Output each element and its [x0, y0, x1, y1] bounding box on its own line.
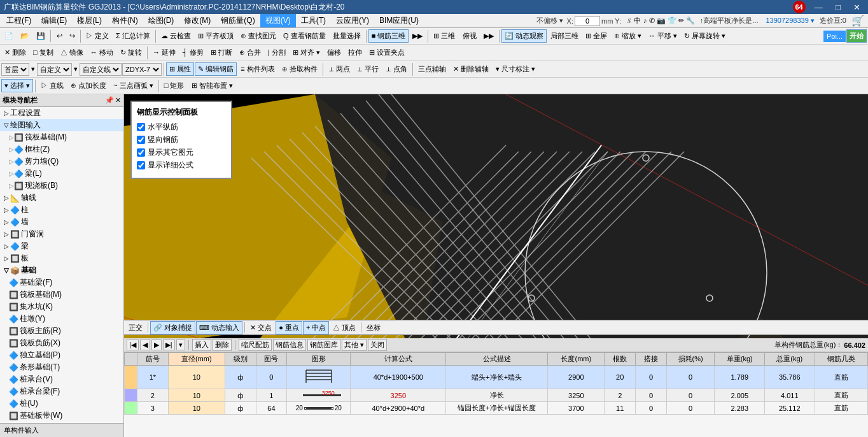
offset-btn[interactable]: 偏移	[324, 46, 344, 59]
more1[interactable]: ▶▶	[409, 30, 426, 42]
trim-btn[interactable]: ┤ 修剪	[179, 46, 207, 59]
zoom[interactable]: ⊕ 缩放 ▾	[611, 29, 645, 43]
sidebar-item-sump[interactable]: 🔲 集水坑(K)	[0, 301, 123, 313]
sidebar-item-found-band[interactable]: 🔲 基础板带(W)	[0, 410, 123, 422]
align-btn[interactable]: ⊞ 对齐 ▾	[290, 46, 323, 59]
scale-rebar-btn[interactable]: 缩尺配筋	[239, 339, 272, 351]
sidebar-item-strip[interactable]: 🔷 条形基础(T)	[0, 361, 123, 373]
expand-beam2[interactable]: ▷	[3, 243, 10, 250]
angle-btn[interactable]: ⊥ 点角	[382, 62, 410, 76]
expand-slab[interactable]: ▷	[3, 255, 10, 262]
sidebar-pin[interactable]: 📌	[105, 96, 114, 104]
menu-cloud[interactable]: 云应用(Y)	[331, 14, 374, 27]
nav-next[interactable]: ▶	[151, 340, 162, 350]
grip-btn[interactable]: ⊞ 设置夹点	[366, 46, 408, 59]
other-btn[interactable]: 其他 ▾	[342, 339, 367, 351]
more2[interactable]: ▶▶	[480, 30, 497, 42]
stretch-btn[interactable]: 拉伸	[345, 46, 365, 59]
split-btn[interactable]: | 分割	[265, 46, 289, 59]
new-button[interactable]: 📄	[1, 30, 17, 42]
menu-edit[interactable]: 编辑(E)	[36, 14, 72, 27]
pick-comp-btn[interactable]: ⊕ 拾取构件	[279, 62, 321, 76]
menu-bim[interactable]: BIM应用(U)	[374, 14, 424, 27]
canvas-area[interactable]: Z X ✕ 钢筋显示控制面板 水平纵筋 竖向钢筋	[124, 94, 868, 437]
sidebar-item-slab[interactable]: ▷ 🔲 板	[0, 252, 123, 264]
sidebar-item-pile-cap[interactable]: 🔷 桩承台(V)	[0, 373, 123, 385]
select-btn[interactable]: ▾ 选择 ▾	[1, 79, 33, 92]
rebar-map-btn[interactable]: 钢筋图库	[307, 339, 340, 351]
sidebar-item-raft-top[interactable]: ▷ 🔲 筏板基础(M)	[0, 131, 123, 143]
menu-rebar-qty[interactable]: 钢筋量(Q)	[216, 14, 260, 27]
insert-btn[interactable]: 插入	[192, 339, 211, 351]
checkbox-show-elem[interactable]: 显示其它图元	[137, 147, 226, 158]
break-btn[interactable]: ⊞ 打断	[207, 46, 235, 59]
nav-more[interactable]: ▾	[176, 340, 185, 350]
mirror-btn[interactable]: △ 镜像	[57, 46, 87, 59]
expand-beam[interactable]: ▷	[9, 170, 14, 177]
object-snap-btn[interactable]: 🔗 对象捕捉	[150, 321, 195, 334]
sidebar-item-wall[interactable]: ▷ 🔷 墙	[0, 216, 123, 228]
menu-modify[interactable]: 修改(M)	[179, 14, 216, 27]
sidebar-item-found-beam[interactable]: 🔷 基础梁(F)	[0, 276, 123, 289]
custom-line-select[interactable]: 自定义线	[80, 63, 122, 76]
custom-select[interactable]: 自定义	[37, 63, 72, 76]
no-offset-label[interactable]: 不偏移 ▾	[534, 16, 566, 25]
save-button[interactable]: 💾	[33, 30, 48, 42]
edit-rebar-btn[interactable]: ✎ 编辑钢筋	[195, 62, 237, 76]
sidebar-item-pile-cap-beam[interactable]: 🔷 桩承台梁(F)	[0, 385, 123, 398]
dynamic-input-btn[interactable]: ⌨ 动态输入	[196, 321, 242, 334]
fullscreen[interactable]: ⊞ 全屏	[582, 29, 610, 43]
rebar-info-btn[interactable]: 钢筋信息	[273, 339, 306, 351]
coord-btn[interactable]: 坐标	[363, 321, 384, 334]
nav-prev[interactable]: ◀	[140, 340, 150, 350]
prop-btn[interactable]: ⊞ 属性	[166, 62, 194, 76]
sidebar-item-column[interactable]: ▷ 🔷 柱	[0, 204, 123, 216]
zdyx-select[interactable]: ZDYX-7	[122, 63, 162, 76]
cb-show-elem[interactable]	[137, 148, 145, 157]
cb-vertical[interactable]	[137, 136, 145, 144]
maximize-button[interactable]: □	[832, 3, 844, 12]
nav-last[interactable]: ▶|	[163, 340, 175, 350]
poi-button[interactable]: Poi...	[823, 31, 846, 42]
menu-floor[interactable]: 楼层(L)	[72, 14, 107, 27]
rect-btn[interactable]: □ 矩形	[161, 79, 188, 92]
menu-draw[interactable]: 绘图(D)	[143, 14, 179, 27]
sidebar-item-frame-col[interactable]: ▷ 🔷 框柱(Z)	[0, 143, 123, 155]
flat-top[interactable]: ⊞ 平齐板顶	[195, 29, 237, 43]
extend-point-btn[interactable]: ⊕ 点加长度	[67, 79, 109, 92]
expand-wall[interactable]: ▷	[3, 218, 10, 226]
menu-view[interactable]: 视图(V)	[260, 14, 296, 27]
sidebar-item-opening[interactable]: ▷ 🔲 门窗洞	[0, 228, 123, 240]
three-arc-btn[interactable]: ~ 三点画弧 ▾	[110, 79, 157, 92]
open-button[interactable]: 📂	[17, 30, 32, 42]
smart-place-btn[interactable]: ⊞ 智能布置 ▾	[188, 79, 236, 92]
extend-btn[interactable]: → 延伸	[150, 46, 179, 59]
two-points-btn[interactable]: ⊥ 两点	[325, 62, 353, 76]
rotate-btn[interactable]: ↻ 旋转	[117, 46, 145, 59]
batch-select[interactable]: 批量选择	[330, 29, 364, 43]
rotate-screen[interactable]: ↻ 屏幕旋转 ▾	[681, 29, 729, 43]
expand-axis[interactable]: ▷	[3, 194, 10, 202]
expand-raft-top[interactable]: ▷	[9, 134, 14, 141]
sidebar-item-raft[interactable]: 🔲 筏板基础(M)	[0, 289, 123, 301]
expand-drawing[interactable]: ▽	[3, 122, 10, 129]
intersect-btn[interactable]: ✕ 交点	[247, 321, 275, 334]
sidebar-item-beam[interactable]: ▷ 🔷 梁(L)	[0, 168, 123, 180]
x-input[interactable]	[575, 16, 600, 26]
partial-3d[interactable]: 局部三维	[547, 29, 582, 43]
sigma-button[interactable]: Σ 汇总计算	[113, 29, 153, 43]
undo-button[interactable]: ↩	[53, 30, 66, 42]
pan[interactable]: ↔ 平移 ▾	[645, 29, 680, 43]
vertex-btn[interactable]: △ 顶点	[330, 321, 359, 334]
midpoint-btn[interactable]: + 中点	[303, 321, 329, 334]
delete-row-btn[interactable]: 删除	[213, 339, 232, 351]
ortho-btn[interactable]: 正交	[125, 321, 146, 334]
sidebar-item-axis[interactable]: ▷ 📐 轴线	[0, 192, 123, 204]
table-row[interactable]: 3 10 ф 64 20	[125, 402, 868, 415]
menu-tools[interactable]: 工具(T)	[296, 14, 331, 27]
minimize-button[interactable]: —	[811, 3, 827, 12]
checkbox-vertical[interactable]: 竖向钢筋	[137, 134, 226, 145]
find-elem[interactable]: ⊕ 查找图元	[237, 29, 279, 43]
floor-select[interactable]: 首层	[1, 63, 29, 76]
cloud-check[interactable]: ☁ 云检查	[158, 29, 194, 43]
